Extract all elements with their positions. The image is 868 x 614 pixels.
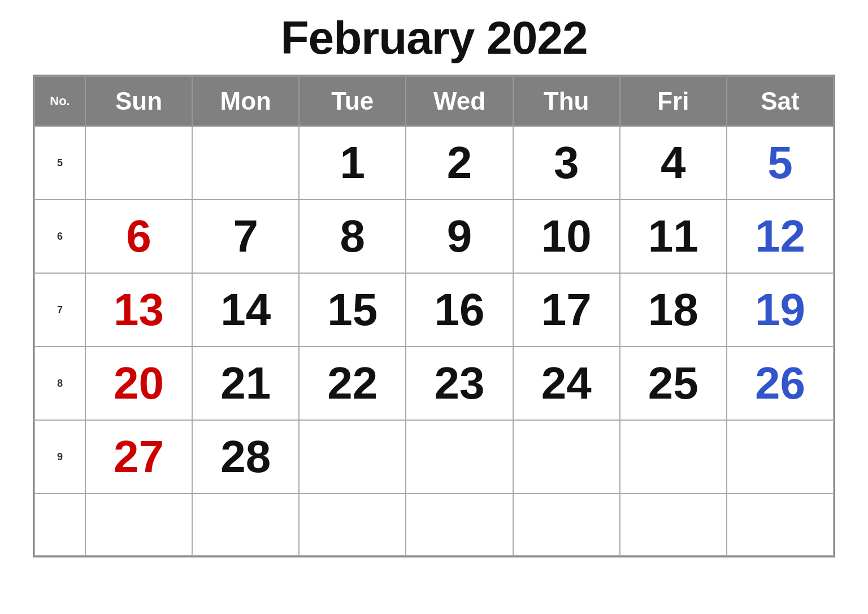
col-header-tue: Tue [299, 76, 406, 126]
calendar-day: 12 [727, 200, 834, 273]
calendar-day: 18 [620, 273, 727, 347]
week-number: 5 [34, 126, 85, 200]
calendar-day [192, 126, 299, 200]
calendar-day: 15 [299, 273, 406, 347]
calendar-day [727, 494, 834, 556]
col-header-thu: Thu [513, 76, 620, 126]
calendar-day: 6 [85, 200, 192, 273]
calendar-day: 24 [513, 347, 620, 420]
week-number: 9 [34, 420, 85, 494]
calendar-day: 22 [299, 347, 406, 420]
calendar-day: 26 [727, 347, 834, 420]
calendar-day [513, 494, 620, 556]
calendar-day: 1 [299, 126, 406, 200]
calendar-day: 4 [620, 126, 727, 200]
calendar-row: 512345 [34, 126, 834, 200]
week-number: 7 [34, 273, 85, 347]
calendar-day: 20 [85, 347, 192, 420]
calendar-day: 9 [406, 200, 513, 273]
calendar-row: 820212223242526 [34, 347, 834, 420]
calendar-day: 11 [620, 200, 727, 273]
calendar-day: 14 [192, 273, 299, 347]
week-number [34, 494, 85, 556]
calendar-table: No. Sun Mon Tue Wed Thu Fri Sat 51234566… [34, 76, 834, 556]
calendar-day [620, 494, 727, 556]
col-header-fri: Fri [620, 76, 727, 126]
calendar-row: 713141516171819 [34, 273, 834, 347]
calendar-day [513, 420, 620, 494]
calendar-day: 2 [406, 126, 513, 200]
calendar-day: 25 [620, 347, 727, 420]
calendar-row: 92728 [34, 420, 834, 494]
calendar-day: 21 [192, 347, 299, 420]
calendar-row [34, 494, 834, 556]
calendar-day: 7 [192, 200, 299, 273]
calendar-day: 13 [85, 273, 192, 347]
week-number: 8 [34, 347, 85, 420]
calendar-title: February 2022 [280, 11, 587, 64]
calendar-day: 28 [192, 420, 299, 494]
calendar-day: 8 [299, 200, 406, 273]
calendar-day [85, 126, 192, 200]
calendar-day: 16 [406, 273, 513, 347]
calendar-day: 23 [406, 347, 513, 420]
calendar-day: 10 [513, 200, 620, 273]
calendar-day [299, 494, 406, 556]
calendar-day: 27 [85, 420, 192, 494]
col-header-sun: Sun [85, 76, 192, 126]
week-number: 6 [34, 200, 85, 273]
col-header-sat: Sat [727, 76, 834, 126]
calendar-day [85, 494, 192, 556]
col-header-mon: Mon [192, 76, 299, 126]
calendar-body: 5123456678910111271314151617181982021222… [34, 126, 834, 556]
col-header-wed: Wed [406, 76, 513, 126]
calendar-row: 66789101112 [34, 200, 834, 273]
calendar-day [406, 420, 513, 494]
calendar-header: No. Sun Mon Tue Wed Thu Fri Sat [34, 76, 834, 126]
calendar-day [299, 420, 406, 494]
calendar-day [727, 420, 834, 494]
calendar-day [192, 494, 299, 556]
calendar-day: 3 [513, 126, 620, 200]
calendar-day [406, 494, 513, 556]
calendar-table-wrapper: No. Sun Mon Tue Wed Thu Fri Sat 51234566… [33, 75, 835, 557]
calendar-day: 17 [513, 273, 620, 347]
calendar-day: 19 [727, 273, 834, 347]
col-header-no: No. [34, 76, 85, 126]
calendar-day [620, 420, 727, 494]
calendar-day: 5 [727, 126, 834, 200]
